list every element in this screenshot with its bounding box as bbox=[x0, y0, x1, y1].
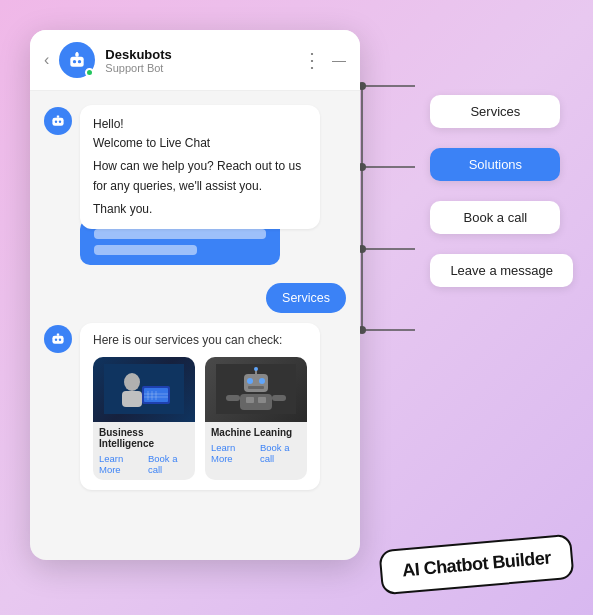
bar1 bbox=[94, 229, 266, 239]
menu-services-wrapper: Services bbox=[430, 95, 573, 128]
svg-point-13 bbox=[76, 52, 79, 55]
ml-svg bbox=[216, 364, 296, 414]
right-menu: Services Solutions Book a call Leave a m… bbox=[430, 40, 573, 287]
user-message-row: Services bbox=[44, 283, 346, 313]
svg-rect-37 bbox=[240, 394, 272, 410]
svg-rect-38 bbox=[246, 397, 254, 403]
services-cards: Business Intelligence Learn More Book a … bbox=[93, 357, 307, 480]
svg-point-11 bbox=[78, 60, 81, 63]
bot-icon bbox=[67, 50, 87, 70]
menu-item-leave[interactable]: Leave a message bbox=[430, 254, 573, 287]
menu-leave-wrapper: Leave a message bbox=[430, 254, 573, 287]
user-bubble: Services bbox=[266, 283, 346, 313]
svg-rect-9 bbox=[71, 57, 84, 67]
svg-rect-42 bbox=[226, 395, 240, 401]
svg-rect-36 bbox=[248, 386, 264, 389]
bot-services-row: Here is our services you can check: bbox=[44, 323, 346, 490]
svg-rect-17 bbox=[57, 115, 59, 117]
back-button[interactable]: ‹ bbox=[44, 51, 49, 69]
services-intro: Here is our services you can check: bbox=[93, 333, 307, 347]
bot-avatar bbox=[59, 42, 95, 78]
ai-badge: AI Chatbot Builder bbox=[378, 534, 574, 596]
ai-badge-text: AI Chatbot Builder bbox=[401, 548, 551, 582]
bot-small-icon bbox=[50, 113, 66, 129]
svg-rect-24 bbox=[122, 391, 142, 407]
header-info: Deskubots Support Bot bbox=[105, 47, 292, 74]
bot-name: Deskubots bbox=[105, 47, 292, 62]
chat-header: ‹ Deskubots Support Bot ⋮ — bbox=[30, 30, 360, 91]
card-ml: Machine Leaning Learn More Book a call bbox=[205, 357, 307, 480]
bot-greeting-bubble: Hello! Welcome to Live Chat How can we h… bbox=[80, 105, 320, 229]
greeting-line1: Hello! bbox=[93, 115, 307, 134]
menu-book-wrapper: Book a call bbox=[430, 201, 573, 234]
svg-rect-39 bbox=[258, 397, 266, 403]
more-button[interactable]: ⋮ bbox=[302, 48, 322, 72]
svg-point-19 bbox=[55, 339, 57, 341]
bi-visual bbox=[93, 357, 195, 422]
services-bubble: Here is our services you can check: bbox=[80, 323, 320, 490]
card-ml-image bbox=[205, 357, 307, 422]
menu-item-solutions[interactable]: Solutions bbox=[430, 148, 560, 181]
svg-rect-21 bbox=[57, 333, 59, 335]
card-bi-info: Business Intelligence Learn More Book a … bbox=[93, 422, 195, 480]
bot-avatar-services bbox=[44, 325, 72, 353]
svg-point-34 bbox=[247, 378, 253, 384]
bar2 bbox=[94, 245, 197, 255]
bot-avatar-small bbox=[44, 107, 72, 135]
svg-point-41 bbox=[254, 367, 258, 371]
header-actions: ⋮ — bbox=[302, 48, 346, 72]
card-bi-image bbox=[93, 357, 195, 422]
card-ml-book[interactable]: Book a call bbox=[260, 442, 301, 464]
card-ml-learn[interactable]: Learn More bbox=[211, 442, 254, 464]
svg-rect-33 bbox=[244, 374, 268, 392]
chat-window: ‹ Deskubots Support Bot ⋮ — bbox=[30, 30, 360, 560]
bot-greeting-row: Hello! Welcome to Live Chat How can we h… bbox=[44, 105, 346, 229]
svg-point-16 bbox=[59, 121, 61, 123]
menu-solutions-wrapper: Solutions bbox=[430, 148, 573, 181]
greeting-line4: Thank you. bbox=[93, 200, 307, 219]
greeting-line2: Welcome to Live Chat bbox=[93, 134, 307, 153]
card-bi-book[interactable]: Book a call bbox=[148, 453, 189, 475]
svg-rect-14 bbox=[52, 118, 63, 126]
menu-item-services[interactable]: Services bbox=[430, 95, 560, 128]
greeting-line3: How can we help you? Reach out to us for… bbox=[93, 157, 307, 195]
card-ml-info: Machine Leaning Learn More Book a call bbox=[205, 422, 307, 469]
card-ml-title: Machine Leaning bbox=[211, 427, 301, 438]
card-bi-title: Business Intelligence bbox=[99, 427, 189, 449]
ml-visual bbox=[205, 357, 307, 422]
online-indicator bbox=[85, 68, 94, 77]
card-bi: Business Intelligence Learn More Book a … bbox=[93, 357, 195, 480]
bot-services-icon bbox=[50, 331, 66, 347]
svg-point-20 bbox=[59, 339, 61, 341]
card-bi-learn[interactable]: Learn More bbox=[99, 453, 142, 475]
menu-item-book[interactable]: Book a call bbox=[430, 201, 560, 234]
svg-point-23 bbox=[124, 373, 140, 391]
bot-subtitle: Support Bot bbox=[105, 62, 292, 74]
minimize-button[interactable]: — bbox=[332, 52, 346, 68]
bi-svg bbox=[104, 364, 184, 414]
svg-point-15 bbox=[55, 121, 57, 123]
svg-point-35 bbox=[259, 378, 265, 384]
svg-rect-18 bbox=[52, 336, 63, 344]
main-container: ‹ Deskubots Support Bot ⋮ — bbox=[0, 0, 593, 615]
svg-rect-43 bbox=[272, 395, 286, 401]
svg-point-10 bbox=[73, 60, 76, 63]
chat-body: Hello! Welcome to Live Chat How can we h… bbox=[30, 91, 360, 560]
